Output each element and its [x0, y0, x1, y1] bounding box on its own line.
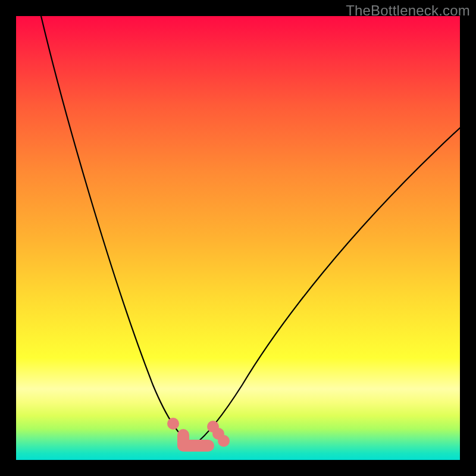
bead-dot [167, 418, 179, 430]
plot-svg [16, 16, 460, 460]
bead-bar-horiz [177, 440, 214, 452]
bottleneck-curve-left [41, 16, 190, 444]
watermark-text: TheBottleneck.com [346, 2, 470, 19]
bottleneck-curve-right [195, 128, 460, 444]
chart-area [16, 16, 460, 460]
bead-dot [218, 435, 230, 447]
